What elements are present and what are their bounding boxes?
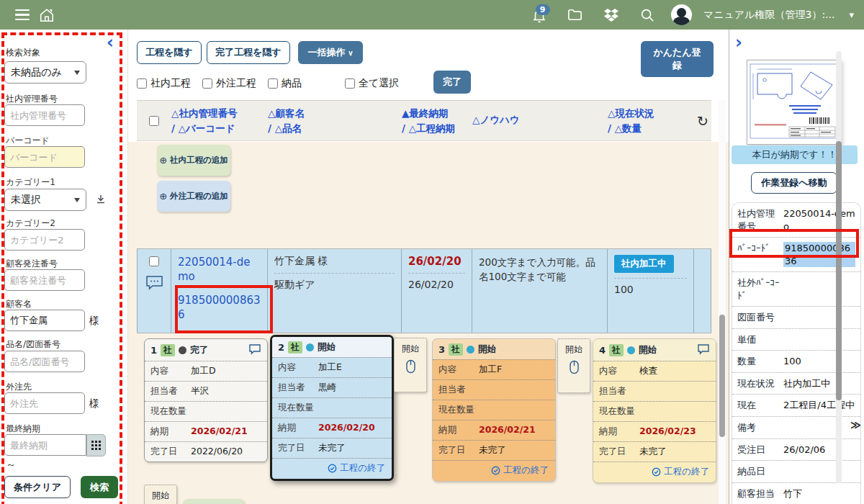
column-header-knowhow[interactable]: △ノウハウ	[472, 112, 608, 129]
card-comment-bubble-icon[interactable]	[697, 343, 710, 357]
filter-delivery-label: 納品	[282, 77, 302, 90]
process-card-1[interactable]: 1 社 完了 内容加工D 担当者半沢 現在数量 納期2026/02/21 完了日…	[144, 338, 268, 462]
filter-internal-process[interactable]: 社内工程	[137, 77, 191, 90]
bulk-action-chevron-down-icon: ∨	[348, 49, 353, 57]
column-header-customer[interactable]: △顧客名/ △品名	[268, 106, 402, 136]
row-barcode-link[interactable]: 9185000008636	[178, 293, 261, 323]
hide-process-button[interactable]: 工程を隠す	[137, 41, 202, 64]
filter-delivery[interactable]: 納品	[268, 77, 302, 90]
final-due-label: 最終納期	[6, 423, 40, 435]
filter-checkbox-row: 社内工程 外注工程 納品 全て選択	[137, 77, 410, 90]
card-comment-bubble-icon[interactable]	[248, 343, 261, 357]
hamburger-menu-icon[interactable]	[10, 3, 35, 27]
column-header-status[interactable]: △現在状況/ △数量	[608, 106, 694, 136]
final-due-input[interactable]	[4, 434, 86, 456]
card-assignee: 半沢	[191, 385, 209, 397]
start-drag-chip-partial[interactable]: 開始	[144, 485, 177, 504]
next-row-card-partial	[183, 499, 245, 504]
search-target-select[interactable]: 未納品のみ	[4, 61, 86, 84]
move-to-work-register-button[interactable]: 作業登録へ移動	[751, 172, 837, 194]
hide-completed-button[interactable]: 完了工程を隠す	[207, 41, 290, 64]
internal-no-input[interactable]	[4, 104, 85, 126]
status-dot-done	[179, 346, 186, 354]
add-external-process-button[interactable]: ⊕ 外注工程の追加	[157, 181, 230, 212]
panel-scrollbar-thumb[interactable]	[836, 141, 842, 400]
start-chip-label: 開始	[402, 343, 419, 355]
filter-delivery-checkbox[interactable]	[268, 78, 278, 89]
process-card-3[interactable]: 3 社 開始 内容加工F 担当者 現在数量 納期2026/02/21 完了日未完…	[432, 338, 556, 482]
barcode-selected-value[interactable]: 9185000008636	[783, 242, 855, 267]
search-sidebar: ‹ 検索対象 未納品のみ 社内管理番号 バーコード カテゴリー1 未選択 カテゴ…	[0, 30, 128, 504]
bulk-action-button[interactable]: 一括操作 ∨	[298, 41, 363, 64]
filter-internal-checkbox[interactable]	[137, 78, 147, 89]
double-chevron-right-icon[interactable]: ≫	[850, 419, 861, 431]
end-process-link[interactable]: 工程の終了	[272, 458, 392, 479]
subcontractor-input[interactable]	[4, 392, 85, 414]
search-target-label: 検索対象	[6, 47, 40, 59]
calendar-picker-icon[interactable]	[86, 434, 106, 456]
subcontractor-label: 外注先	[6, 381, 32, 393]
add-circle-icon: ⊕	[159, 155, 167, 166]
row-final-due: 26/02/20	[408, 255, 465, 268]
row-internal-no-link[interactable]: 22050014-demo	[178, 255, 261, 284]
filter-external-process[interactable]: 外注工程	[202, 77, 256, 90]
process-status: 開始	[318, 341, 336, 354]
customer-name-label: 顧客名	[6, 298, 32, 310]
customer-order-no-input[interactable]	[4, 269, 85, 291]
account-caret-down-icon[interactable]: ▾	[849, 9, 854, 20]
start-drag-chip[interactable]: 開始	[394, 338, 427, 392]
row-quantity: 100	[614, 284, 687, 295]
folder-icon[interactable]	[563, 3, 588, 27]
process-status: 開始	[478, 343, 496, 356]
refresh-icon[interactable]: ↻	[694, 113, 711, 129]
comment-bubble-icon[interactable]	[138, 274, 171, 293]
check-circle-icon	[491, 466, 500, 475]
end-process-link[interactable]: 工程の終了	[593, 462, 716, 482]
user-avatar[interactable]	[671, 4, 692, 25]
category-download-icon[interactable]	[95, 194, 107, 208]
header-select-checkbox[interactable]	[149, 116, 159, 126]
filter-external-checkbox[interactable]	[202, 78, 212, 89]
row-checkbox[interactable]	[149, 256, 159, 266]
main-scrollbar-thumb[interactable]	[719, 315, 725, 437]
notifications-bell-icon[interactable]: 9	[527, 3, 552, 27]
start-drag-chip[interactable]: 開始	[557, 338, 590, 393]
select-all-label: 全て選択	[359, 77, 399, 90]
process-number: 3	[438, 344, 445, 355]
card-due: 2026/02/21	[191, 426, 248, 438]
status-dot-started	[467, 346, 474, 354]
easy-register-button[interactable]: かんたん登録	[641, 41, 714, 77]
account-label[interactable]: マニュアル権限（管理3）:...	[703, 9, 835, 22]
process-card-4[interactable]: 4 社 開始 内容検査 担当者 現在数量 納期2026/02/23 完了日未完了…	[593, 338, 716, 483]
select-all[interactable]: 全て選択	[345, 77, 399, 90]
item-name-input[interactable]	[4, 351, 85, 372]
drawing-thumbnail[interactable]	[747, 60, 842, 145]
add-internal-label: 社内工程の追加	[170, 155, 228, 166]
search-icon[interactable]	[635, 3, 660, 27]
item-name-label: 品名/図面番号	[6, 338, 60, 351]
main-scrollbar-track[interactable]	[719, 100, 726, 504]
process-card-2-selected[interactable]: 2 社 開始 内容加工E 担当者黒崎 現在数量 納期2026/02/20 完了日…	[270, 335, 394, 481]
complete-button[interactable]: 完了	[433, 71, 471, 94]
category1-select[interactable]: 未選択	[4, 189, 86, 211]
home-icon[interactable]	[35, 3, 59, 27]
card-completed: 未完了	[479, 444, 506, 456]
process-status: 開始	[639, 344, 657, 356]
column-header-due[interactable]: ▲最終納期/ △工程納期	[402, 106, 472, 136]
clear-conditions-button[interactable]: 条件クリア	[4, 476, 71, 498]
dropbox-icon[interactable]	[599, 3, 624, 27]
search-button[interactable]: 検索	[81, 476, 118, 498]
order-row[interactable]: 22050014-demo 9185000008636 竹下金属 様 駆動ギア …	[137, 248, 711, 333]
check-circle-icon	[328, 464, 337, 473]
filter-external-label: 外注工程	[216, 77, 256, 90]
table-header-row: △社内管理番号/ △バーコード △顧客名/ △品名 ▲最終納期/ △工程納期 △…	[137, 100, 711, 141]
barcode-input[interactable]	[4, 146, 85, 168]
customer-name-input[interactable]	[4, 310, 85, 331]
category2-input[interactable]	[4, 229, 85, 251]
select-all-checkbox[interactable]	[345, 78, 355, 89]
add-internal-process-button[interactable]: ⊕ 社内工程の追加	[157, 145, 230, 176]
column-header-internal-no[interactable]: △社内管理番号/ △バーコード	[171, 106, 268, 136]
sidebar-collapse-icon[interactable]: ‹	[107, 35, 114, 50]
panel-expand-icon[interactable]: ›	[735, 32, 742, 53]
end-process-link[interactable]: 工程の終了	[433, 460, 555, 481]
